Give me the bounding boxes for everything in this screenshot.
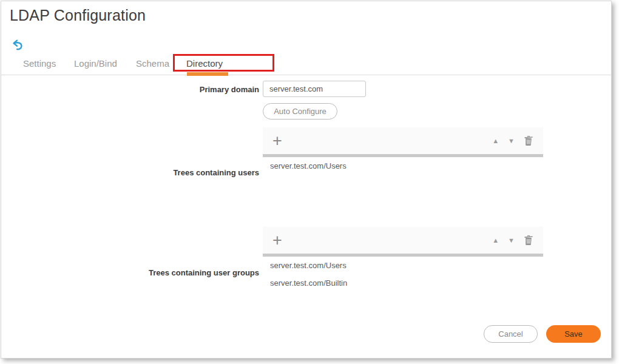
trees-users-toolbar: + ▲ ▼	[263, 127, 543, 154]
active-tab-underline	[187, 72, 228, 76]
trees-users-label: Trees containing users	[1, 168, 259, 177]
tab-settings[interactable]: Settings	[23, 58, 56, 69]
delete-trash-icon[interactable]	[524, 135, 533, 146]
save-button[interactable]: Save	[546, 325, 601, 343]
trees-users-list: server.test.com/Users	[263, 157, 543, 175]
delete-trash-icon[interactable]	[524, 235, 533, 246]
move-down-icon[interactable]: ▼	[508, 137, 515, 144]
move-up-icon[interactable]: ▲	[492, 137, 499, 144]
tabbar-divider	[1, 75, 611, 75]
tree-item[interactable]: server.test.com/Users	[263, 257, 543, 274]
ldap-configuration-panel: LDAP Configuration Settings Login/Bind S…	[1, 1, 612, 359]
move-down-icon[interactable]: ▼	[508, 237, 515, 244]
auto-configure-button[interactable]: Auto Configure	[263, 103, 337, 120]
trees-groups-widget: + ▲ ▼	[263, 227, 543, 317]
trees-users-widget: + ▲ ▼	[263, 127, 543, 217]
primary-domain-label: Primary domain	[1, 85, 259, 94]
page-title: LDAP Configuration	[10, 7, 146, 24]
tab-schema[interactable]: Schema	[136, 58, 169, 69]
tree-item[interactable]: server.test.com/Users	[263, 157, 543, 175]
add-icon[interactable]: +	[272, 234, 282, 247]
primary-domain-input[interactable]	[263, 81, 366, 97]
move-up-icon[interactable]: ▲	[492, 237, 499, 244]
tab-directory[interactable]: Directory	[186, 58, 223, 69]
trees-groups-toolbar: + ▲ ▼	[263, 227, 543, 254]
undo-back-icon	[11, 44, 24, 53]
back-button[interactable]	[10, 38, 25, 53]
tree-item[interactable]: server.test.com/Builtin	[263, 274, 543, 292]
trees-groups-label: Trees containing user groups	[1, 268, 259, 277]
trees-groups-list: server.test.com/Users server.test.com/Bu…	[263, 257, 543, 292]
cancel-button[interactable]: Cancel	[484, 325, 538, 343]
add-icon[interactable]: +	[272, 134, 282, 147]
tab-login-bind[interactable]: Login/Bind	[74, 58, 117, 69]
